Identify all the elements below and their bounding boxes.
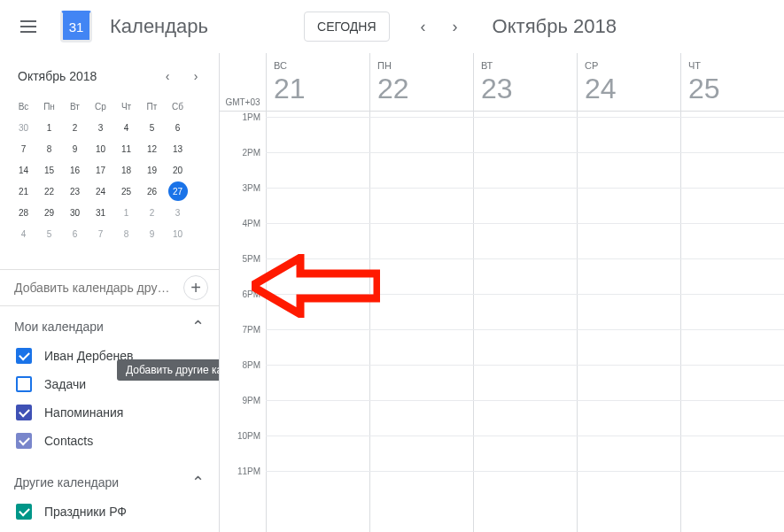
hour-label: 4PM [242,219,260,228]
add-calendar-button[interactable]: + [183,275,208,300]
mini-day-cell[interactable]: 10 [88,138,113,159]
day-number: 21 [274,73,362,105]
add-calendar-tooltip: Добавить другие календари [117,359,220,381]
day-column[interactable] [680,112,784,532]
mini-day-cell[interactable]: 5 [139,117,165,138]
mini-dow-label: Чт [113,96,139,117]
day-column[interactable] [369,112,473,532]
mini-day-cell[interactable]: 23 [62,181,88,202]
mini-day-cell[interactable]: 27 [165,181,190,202]
mini-day-cell[interactable]: 29 [36,202,62,223]
day-column[interactable] [473,112,577,532]
day-of-week-label: Чт [688,60,777,71]
my-calendars-header[interactable]: Мои календари ⌃ [0,306,219,342]
mini-day-cell[interactable]: 10 [165,223,190,244]
mini-day-cell[interactable]: 14 [11,159,36,181]
today-button[interactable]: СЕГОДНЯ [304,12,390,42]
hours-column: 1PM2PM3PM4PM5PM6PM7PM8PM9PM10PM11PM [220,112,266,532]
mini-day-cell[interactable]: 31 [88,202,113,223]
day-column[interactable] [577,112,680,532]
mini-dow-label: Вс [11,96,36,117]
hour-label: 6PM [242,289,260,299]
next-period-button[interactable]: › [439,11,471,42]
mini-day-cell[interactable]: 25 [113,181,139,202]
prev-period-button[interactable]: ‹ [408,11,439,42]
mini-day-cell[interactable]: 1 [36,117,62,138]
calendar-checkbox[interactable] [16,348,32,364]
sidebar: Октябрь 2018 ‹ › ВсПнВтСрЧтПтСб301234567… [0,53,220,532]
hour-label: 10PM [237,431,260,441]
mini-day-cell[interactable]: 17 [88,159,113,181]
mini-day-cell[interactable]: 26 [139,181,165,202]
day-header[interactable]: Вс21 [266,53,369,111]
mini-day-cell[interactable]: 28 [11,202,36,223]
mini-day-cell[interactable]: 2 [139,202,165,223]
mini-day-cell[interactable]: 6 [165,117,190,138]
day-header[interactable]: Пн22 [369,53,473,111]
mini-day-cell[interactable]: 20 [165,159,190,181]
day-of-week-label: Вс [274,60,362,71]
mini-day-cell[interactable]: 5 [36,223,62,244]
mini-dow-label: Вт [62,96,88,117]
mini-day-cell[interactable]: 1 [113,202,139,223]
mini-day-cell[interactable]: 11 [113,138,139,159]
mini-day-cell[interactable]: 8 [36,138,62,159]
mini-day-cell[interactable]: 4 [113,117,139,138]
hamburger-icon [20,20,36,33]
day-column[interactable] [266,112,369,532]
mini-day-cell[interactable]: 4 [11,223,36,244]
week-grid[interactable]: 1PM2PM3PM4PM5PM6PM7PM8PM9PM10PM11PM [220,112,784,532]
hour-label: 11PM [237,466,260,476]
hour-label: 2PM [242,148,260,158]
mini-dow-label: Сб [165,96,190,117]
day-number: 25 [688,73,777,105]
mini-next-button[interactable]: › [183,64,208,89]
calendar-list-item[interactable]: Contacts [12,427,213,455]
mini-day-cell[interactable]: 30 [11,117,36,138]
day-of-week-label: Вт [481,60,570,71]
calendar-list-item[interactable]: Праздники РФ [12,497,213,526]
chevron-right-icon: › [453,18,458,36]
mini-day-cell[interactable]: 13 [165,138,190,159]
timezone-label: GMT+03 [220,53,266,111]
mini-day-cell[interactable]: 15 [36,159,62,181]
mini-prev-button[interactable]: ‹ [155,64,180,89]
calendar-checkbox[interactable] [16,504,32,520]
mini-day-cell[interactable]: 19 [139,159,165,181]
mini-day-cell[interactable]: 12 [139,138,165,159]
mini-day-cell[interactable]: 3 [88,117,113,138]
mini-day-cell[interactable]: 8 [113,223,139,244]
calendar-checkbox[interactable] [16,433,32,449]
mini-calendar: ВсПнВтСрЧтПтСб30123456789101112131415161… [0,96,219,244]
other-calendars-list: Праздники РФ [0,497,219,532]
hour-label: 3PM [242,183,260,193]
main-menu-button[interactable] [11,9,46,44]
hour-label: 8PM [242,360,260,370]
calendar-logo-icon: 31 [60,11,92,42]
calendar-checkbox[interactable] [16,376,32,392]
mini-day-cell[interactable]: 16 [62,159,88,181]
mini-dow-label: Пн [36,96,62,117]
add-calendar-input[interactable] [14,270,183,305]
mini-day-cell[interactable]: 30 [62,202,88,223]
other-calendars-header[interactable]: Другие календари ⌃ [0,462,219,497]
mini-day-cell[interactable]: 22 [36,181,62,202]
day-header[interactable]: Вт23 [473,53,577,111]
day-header[interactable]: Чт25 [680,53,784,111]
calendar-main: GMT+03 Вс21Пн22Вт23Ср24Чт25 1PM2PM3PM4PM… [220,53,784,532]
mini-day-cell[interactable]: 7 [11,138,36,159]
mini-day-cell[interactable]: 2 [62,117,88,138]
mini-day-cell[interactable]: 9 [62,138,88,159]
day-header[interactable]: Ср24 [577,53,680,111]
day-number: 23 [481,73,570,105]
calendar-checkbox[interactable] [16,405,32,420]
calendar-list-item[interactable]: Напоминания [12,398,213,427]
mini-day-cell[interactable]: 21 [11,181,36,202]
mini-day-cell[interactable]: 7 [88,223,113,244]
mini-day-cell[interactable]: 6 [62,223,88,244]
mini-day-cell[interactable]: 24 [88,181,113,202]
mini-day-cell[interactable]: 3 [165,202,190,223]
mini-day-cell[interactable]: 9 [139,223,165,244]
mini-day-cell[interactable]: 18 [113,159,139,181]
chevron-up-icon: ⌃ [191,317,205,336]
